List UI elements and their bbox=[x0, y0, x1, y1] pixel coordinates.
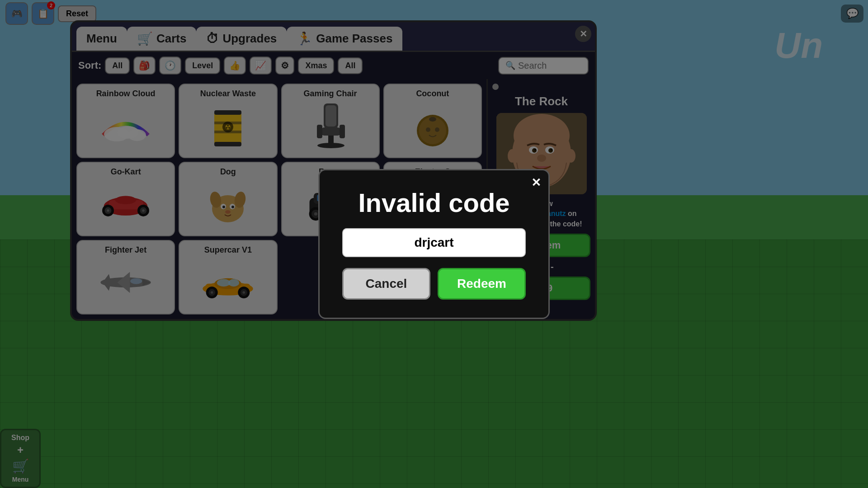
cancel-button[interactable]: Cancel bbox=[342, 268, 430, 300]
invalid-code-modal: ✕ Invalid code Cancel Redeem bbox=[318, 169, 550, 319]
redeem-button[interactable]: Redeem bbox=[438, 268, 526, 300]
modal-buttons: Cancel Redeem bbox=[342, 268, 526, 300]
modal-close-button[interactable]: ✕ bbox=[531, 176, 541, 190]
modal-overlay: ✕ Invalid code Cancel Redeem bbox=[0, 0, 868, 488]
code-input[interactable] bbox=[342, 228, 526, 257]
modal-title: Invalid code bbox=[358, 188, 509, 217]
